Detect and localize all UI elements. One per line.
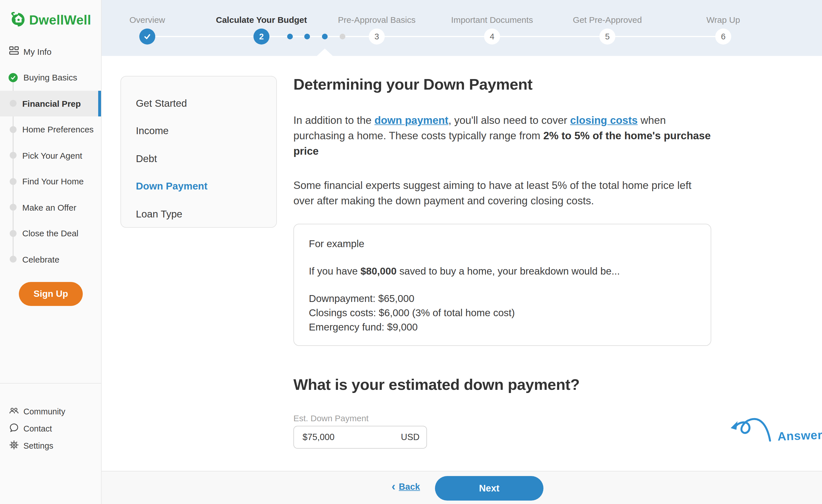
sidebar-footer: Community Contact bbox=[0, 403, 101, 454]
chat-icon bbox=[9, 423, 19, 435]
people-icon bbox=[9, 406, 19, 418]
subnav-item-get-started[interactable]: Get Started bbox=[121, 90, 276, 117]
example-text: If you have bbox=[309, 266, 361, 277]
back-label: Back bbox=[399, 482, 420, 492]
substep-dot bbox=[287, 34, 293, 39]
example-text: saved to buy a home, your breakdown woul… bbox=[397, 266, 620, 277]
dashboard-icon bbox=[9, 45, 19, 57]
current-substep-caret bbox=[317, 48, 333, 56]
sidebar-item-label: Find Your Home bbox=[22, 177, 84, 186]
example-box: For example If you have $80,000 saved to… bbox=[294, 224, 711, 346]
sidebar-item-label: Buying Basics bbox=[23, 73, 77, 82]
sidebar-item-pick-your-agent[interactable]: Pick Your Agent bbox=[0, 142, 101, 168]
sidebar-item-label: Celebrate bbox=[22, 255, 59, 264]
sidebar-item-close-the-deal[interactable]: Close the Deal bbox=[0, 220, 101, 246]
step-bullet-icon bbox=[10, 178, 17, 185]
sidebar-item-label: Pick Your Agent bbox=[22, 151, 82, 160]
subnav-item-loan-type[interactable]: Loan Type bbox=[121, 200, 276, 228]
step-number: 6 bbox=[715, 29, 731, 44]
step-number: 5 bbox=[599, 29, 615, 44]
intro-text: , you'll also need to cover bbox=[448, 114, 570, 126]
step-number: 2 bbox=[254, 29, 270, 44]
substep-dot-current bbox=[322, 34, 328, 39]
budget-subnav: Get Started Income Debt Down Payment Loa… bbox=[120, 76, 277, 228]
step-bullet-icon bbox=[10, 204, 17, 211]
substep-dot bbox=[340, 34, 345, 39]
sidebar-item-contact[interactable]: Contact bbox=[0, 420, 101, 437]
step-number: 4 bbox=[484, 29, 500, 44]
chevron-left-icon: ‹ bbox=[392, 481, 395, 492]
page-title: Determining your Down Payment bbox=[294, 76, 532, 94]
main-content: Determining your Down Payment In additio… bbox=[294, 0, 716, 468]
sidebar: DwellWell My Info Buying Basics bbox=[0, 0, 102, 504]
annotation-text: Answer the question here! bbox=[777, 424, 822, 443]
sidebar-item-home-preferences[interactable]: Home Preferences bbox=[0, 116, 101, 142]
subnav-item-debt[interactable]: Debt bbox=[121, 145, 276, 173]
sidebar-item-label: Financial Prep bbox=[22, 99, 81, 108]
sidebar-item-find-your-home[interactable]: Find Your Home bbox=[0, 168, 101, 194]
app: DwellWell My Info Buying Basics bbox=[0, 0, 822, 504]
back-button[interactable]: ‹ Back bbox=[392, 481, 420, 493]
down-payment-field-label: Est. Down Payment bbox=[294, 413, 369, 423]
brand-logo[interactable]: DwellWell bbox=[9, 11, 91, 30]
step-label: Important Documents bbox=[451, 15, 533, 25]
step-bullet-icon bbox=[10, 100, 17, 107]
down-payment-link[interactable]: down payment bbox=[374, 114, 448, 126]
sidebar-item-community[interactable]: Community bbox=[0, 403, 101, 420]
step-bullet-icon bbox=[10, 126, 17, 133]
step-bullet-icon bbox=[10, 230, 17, 237]
step-label: Overview bbox=[129, 15, 165, 25]
sidebar-divider bbox=[0, 383, 101, 384]
step-bullet-icon bbox=[10, 256, 17, 263]
intro-paragraph: In addition to the down payment, you'll … bbox=[294, 112, 714, 159]
bottom-bar: ‹ Back Next bbox=[102, 471, 822, 504]
stepper-track bbox=[147, 36, 723, 37]
example-breakdown-list: Downpayment: $65,000 Closings costs: $6,… bbox=[309, 292, 696, 335]
sign-up-button[interactable]: Sign Up bbox=[19, 282, 83, 306]
sidebar-item-buying-basics[interactable]: Buying Basics bbox=[0, 64, 101, 90]
sidebar-item-label: Settings bbox=[23, 441, 53, 450]
substep-dot bbox=[304, 34, 310, 39]
gear-icon bbox=[9, 440, 19, 452]
sidebar-item-label: Home Preferences bbox=[22, 125, 94, 134]
down-payment-field: USD bbox=[294, 426, 427, 449]
breakdown-item-emergency-fund: Emergency fund: $9,000 bbox=[309, 320, 696, 335]
step-label: Calculate Your Budget bbox=[216, 15, 307, 25]
step-bullet-icon bbox=[10, 152, 17, 159]
intro-text: In addition to the bbox=[294, 114, 374, 126]
breakdown-item-downpayment: Downpayment: $65,000 bbox=[309, 292, 696, 306]
step-label: Wrap Up bbox=[707, 15, 740, 25]
brand-wordmark: DwellWell bbox=[29, 13, 91, 28]
sidebar-item-settings[interactable]: Settings bbox=[0, 437, 101, 454]
sidebar-item-financial-prep[interactable]: Financial Prep bbox=[0, 90, 101, 116]
breakdown-item-closing-costs: Closings costs: $6,000 (3% of total home… bbox=[309, 306, 696, 320]
subnav-item-income[interactable]: Income bbox=[121, 117, 276, 145]
example-heading: For example bbox=[309, 238, 696, 250]
example-amount: $80,000 bbox=[361, 266, 397, 277]
step-number: 3 bbox=[369, 29, 385, 44]
advice-paragraph: Some financial experts suggest aiming to… bbox=[294, 177, 714, 208]
sidebar-item-celebrate[interactable]: Celebrate bbox=[0, 246, 101, 272]
progress-stepper: Overview Calculate Your Budget 2 Pre-App… bbox=[102, 0, 822, 56]
currency-unit: USD bbox=[401, 432, 420, 442]
step-label: Get Pre-Approved bbox=[573, 15, 642, 25]
sidebar-item-label: Community bbox=[23, 407, 65, 416]
sidebar-item-label: Contact bbox=[23, 424, 52, 433]
annotation-arrow-icon bbox=[729, 414, 776, 448]
example-intro-line: If you have $80,000 saved to buy a home,… bbox=[309, 266, 696, 278]
dwellwell-logo-icon bbox=[9, 11, 26, 30]
sidebar-item-label: Close the Deal bbox=[22, 228, 78, 238]
step-check-icon bbox=[139, 29, 155, 44]
journey-nav: Buying Basics Financial Prep Home Prefer… bbox=[0, 64, 101, 272]
step-label: Pre-Approval Basics bbox=[338, 15, 416, 25]
next-button[interactable]: Next bbox=[435, 476, 543, 501]
question-title: What is your estimated down payment? bbox=[294, 376, 580, 394]
closing-costs-link[interactable]: closing costs bbox=[570, 114, 638, 126]
subnav-item-down-payment[interactable]: Down Payment bbox=[121, 173, 276, 200]
check-circle-icon bbox=[9, 73, 18, 82]
sidebar-item-label: Make an Offer bbox=[22, 202, 76, 212]
sidebar-item-label: My Info bbox=[23, 46, 51, 56]
sidebar-item-make-an-offer[interactable]: Make an Offer bbox=[0, 194, 101, 220]
sidebar-item-my-info[interactable]: My Info bbox=[0, 43, 101, 59]
